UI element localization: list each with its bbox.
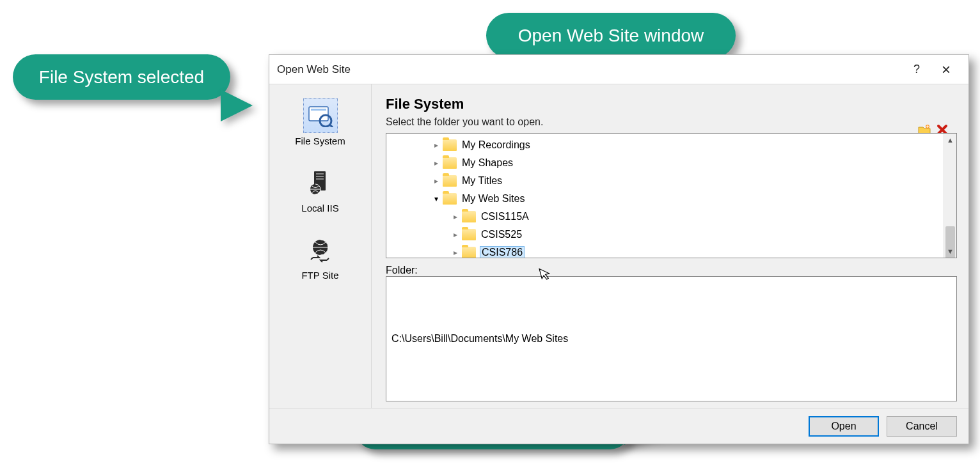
svg-rect-1 [311, 109, 326, 111]
scroll-down-button[interactable]: ▼ [944, 245, 956, 258]
local-iis-icon [303, 166, 338, 200]
file-system-icon [303, 98, 338, 133]
tree-item-label: CSIS525 [480, 229, 523, 240]
ftp-site-icon [303, 233, 338, 267]
folder-icon [462, 211, 476, 222]
tree-item[interactable]: ▾My Web Sites [386, 190, 944, 208]
tree-item-label: CSIS786 [480, 246, 525, 258]
tree-item-label: My Titles [461, 175, 503, 187]
folder-icon [443, 139, 457, 151]
chevron-right-icon[interactable]: ▸ [450, 212, 461, 221]
scrollbar[interactable]: ▲ ▼ [944, 134, 956, 258]
folder-icon [443, 193, 457, 205]
open-web-site-dialog: Open Web Site ? × File System [269, 54, 969, 444]
svg-rect-7 [316, 178, 324, 180]
scroll-up-button[interactable]: ▲ [944, 134, 956, 146]
open-button[interactable]: Open [809, 416, 879, 437]
panel-subtext: Select the folder you want to open. [386, 116, 957, 128]
chevron-right-icon[interactable]: ▸ [431, 141, 441, 150]
callout-tail [221, 89, 253, 121]
tree-item[interactable]: ▸CSIS115A [386, 208, 944, 226]
svg-rect-6 [316, 176, 324, 177]
cancel-button[interactable]: Cancel [887, 416, 957, 437]
chevron-right-icon[interactable]: ▸ [431, 176, 441, 185]
tree-item[interactable]: ▸CSIS525 [386, 226, 944, 244]
sidebar-item-ftp-site[interactable]: FTP Site [269, 225, 371, 292]
folder-icon [443, 157, 457, 169]
tree-item-label: My Web Sites [461, 193, 526, 205]
sidebar-item-label: FTP Site [301, 270, 338, 281]
folder-path-row: Folder: [386, 265, 957, 276]
svg-line-3 [329, 125, 333, 127]
tree-item[interactable]: ▸My Shapes [386, 154, 944, 172]
main-panel: File System Select the folder you want t… [372, 84, 968, 408]
callout-text: Open Web Site window [518, 26, 704, 45]
tree-item-label: My Shapes [461, 157, 514, 169]
callout-open-web-site-window: Open Web Site window [486, 13, 736, 58]
callout-file-system-selected: File System selected [13, 54, 230, 100]
folder-icon [462, 247, 476, 258]
dialog-button-row: Open Cancel [269, 408, 968, 444]
folder-tree[interactable]: ▸My Recordings▸My Shapes▸My Titles▾My We… [386, 134, 944, 258]
chevron-right-icon[interactable]: ▸ [450, 248, 461, 257]
sidebar-item-file-system[interactable]: File System [269, 91, 371, 158]
panel-heading: File System [386, 96, 957, 113]
sidebar-item-label: File System [295, 136, 345, 146]
chevron-down-icon[interactable]: ▾ [431, 194, 441, 203]
chevron-right-icon[interactable]: ▸ [450, 230, 461, 239]
folder-path-input[interactable] [386, 276, 957, 401]
dialog-title: Open Web Site [277, 63, 351, 76]
folder-icon [443, 175, 457, 187]
titlebar: Open Web Site ? × [269, 55, 968, 84]
help-icon: ? [913, 63, 920, 76]
close-icon: × [942, 61, 951, 79]
callout-text: File System selected [39, 67, 204, 87]
tree-item-label: My Recordings [461, 139, 532, 151]
folder-tree-container: ▸My Recordings▸My Shapes▸My Titles▾My We… [386, 133, 957, 258]
sidebar: File System Local IIS [269, 84, 372, 408]
tree-item[interactable]: ▸My Titles [386, 172, 944, 190]
sidebar-item-local-iis[interactable]: Local IIS [269, 158, 371, 225]
folder-icon [462, 229, 476, 240]
sidebar-item-label: Local IIS [301, 203, 338, 214]
folder-label: Folder: [386, 265, 418, 276]
chevron-right-icon[interactable]: ▸ [431, 159, 441, 167]
close-button[interactable]: × [931, 55, 961, 84]
tree-item[interactable]: ▸CSIS786 [386, 244, 944, 258]
help-button[interactable]: ? [902, 55, 931, 84]
tree-item[interactable]: ▸My Recordings [386, 136, 944, 154]
svg-rect-5 [316, 173, 324, 175]
tree-item-label: CSIS115A [480, 211, 530, 222]
